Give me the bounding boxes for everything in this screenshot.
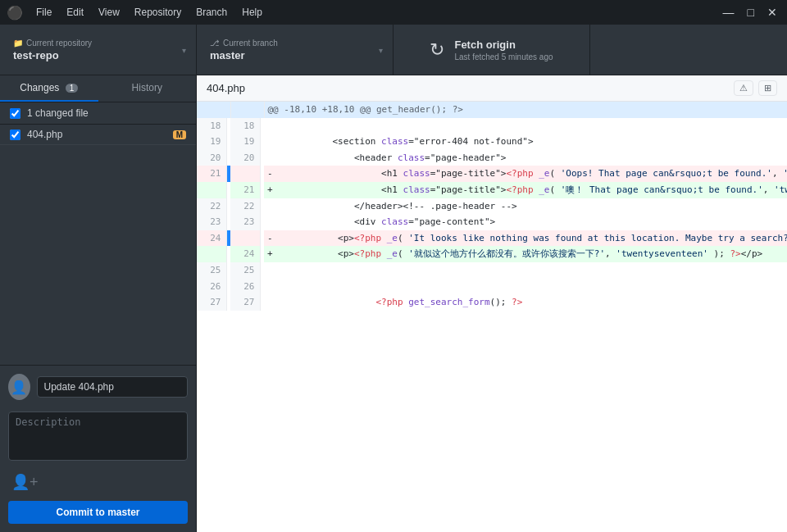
diff-line-content [264,118,787,134]
main-layout: Changes 1 History 1 changed file 404.php… [0,75,787,532]
new-line-number: 26 [230,279,260,295]
diff-line: 20 20 <header class="page-header"> [197,150,787,166]
commit-footer: 👤+ [8,470,188,494]
diff-line: 24 - <p><?php _e( 'It looks like nothing… [197,230,787,247]
current-branch-button[interactable]: ⎇ Current branch master ▾ [197,25,394,75]
diff-line: 22 22 </header><!-- .page-header --> [197,198,787,215]
toolbar: 📁 Current repository test-repo ▾ ⎇ Curre… [0,25,787,75]
changes-badge: 1 [66,84,79,93]
old-line-number: 23 [197,214,226,230]
sidebar: Changes 1 History 1 changed file 404.php… [0,75,197,532]
branch-chevron-icon: ▾ [379,45,383,54]
diff-line-content: - <h1 class="page-title"><?php _e( 'Oops… [264,166,787,182]
commit-author-row: 👤 [8,374,188,400]
diff-line-content [264,262,787,279]
diff-hunk-header: @@ -18,10 +18,10 @@ get_header(); ?> [197,102,787,118]
fetch-label: Fetch origin [454,39,553,51]
file-checkbox-404php[interactable] [10,130,20,140]
fetch-icon: ↻ [430,39,444,61]
old-line-number: 18 [197,118,226,134]
minimize-button[interactable]: — [720,7,738,18]
file-badge-404php: M [173,130,186,139]
diff-line-content: <header class="page-header"> [264,150,787,166]
add-coauthor-button[interactable]: 👤+ [8,470,42,494]
menu-file[interactable]: File [30,5,58,20]
repo-icon: 📁 [13,39,23,48]
fetch-origin-button[interactable]: ↻ Fetch origin Last fetched 5 minutes ag… [394,25,590,75]
branch-icon: ⎇ [210,39,220,48]
diff-view-toggle-button[interactable]: ⊞ [758,80,777,96]
menu-branch[interactable]: Branch [189,5,234,20]
repo-chevron-icon: ▾ [182,45,186,54]
diff-line: 23 23 <div class="page-content"> [197,214,787,230]
diff-line-content: </header><!-- .page-header --> [264,198,787,215]
file-item-404php[interactable]: 404.php M [0,125,196,145]
diff-line-content: + <p><?php _e( '就似这个地方什么都没有。或许你该搜索一下?', … [264,246,787,262]
repo-section-label: 📁 Current repository [13,39,183,48]
old-line-number: 26 [197,279,226,295]
new-line-number: 18 [230,118,260,134]
maximize-button[interactable]: □ [744,7,757,18]
repo-name: test-repo [13,49,183,61]
diff-line: 21 - <h1 class="page-title"><?php _e( 'O… [197,166,787,182]
old-line-number: 22 [197,198,226,215]
title-bar: ⚫ File Edit View Repository Branch Help … [0,0,787,25]
menu-bar: File Edit View Repository Branch Help [30,5,720,20]
tab-history[interactable]: History [98,75,197,102]
commit-summary-input[interactable] [37,376,189,398]
diff-line-content: - <p><?php _e( 'It looks like nothing wa… [264,230,787,247]
diff-filename: 404.php [207,82,245,94]
app-icon: ⚫ [7,5,23,20]
old-line-number: 19 [197,134,226,150]
file-list: 404.php M [0,125,196,145]
commit-description-input[interactable] [8,412,188,461]
diff-container[interactable]: @@ -18,10 +18,10 @@ get_header(); ?> 18 … [197,102,787,532]
old-line-number: 21 [197,166,226,182]
old-line-number [197,246,226,262]
new-line-number [230,166,260,182]
diff-line-content [264,279,787,295]
branch-section-label: ⎇ Current branch [210,39,380,48]
file-name-404php: 404.php [27,129,173,140]
branch-name: master [210,49,380,61]
menu-help[interactable]: Help [235,5,269,20]
new-line-number: 21 [230,182,260,198]
old-line-number: 20 [197,150,226,166]
diff-header: 404.php ⚠ ⊞ [197,75,787,102]
new-line-number: 25 [230,262,260,279]
menu-edit[interactable]: Edit [60,5,90,20]
fetch-sublabel: Last fetched 5 minutes ago [454,52,553,61]
old-line-number [197,182,226,198]
diff-line: 27 27 <?php get_search_form(); ?> [197,294,787,311]
new-line-number: 22 [230,198,260,215]
menu-view[interactable]: View [92,5,126,20]
diff-line: 21 + <h1 class="page-title"><?php _e( '噢… [197,182,787,198]
diff-line-content: + <h1 class="page-title"><?php _e( '噢！ T… [264,182,787,198]
diff-line: 19 19 <section class="error-404 not-foun… [197,134,787,150]
new-line-number [230,230,260,247]
avatar: 👤 [8,374,30,400]
diff-line-content: <div class="page-content"> [264,214,787,230]
diff-line-content: <?php get_search_form(); ?> [264,294,787,311]
close-button[interactable]: ✕ [764,7,780,18]
diff-line: 25 25 [197,262,787,279]
diff-line-content: <section class="error-404 not-found"> [264,134,787,150]
new-line-number: 27 [230,294,260,311]
diff-line: 26 26 [197,279,787,295]
commit-area: 👤 👤+ Commit to master [0,365,196,532]
select-all-checkbox[interactable] [10,108,20,119]
diff-line: 18 18 [197,118,787,134]
old-line-number: 27 [197,294,226,311]
tab-changes[interactable]: Changes 1 [0,75,98,102]
menu-repository[interactable]: Repository [128,5,188,20]
old-line-number: 25 [197,262,226,279]
changed-files-header: 1 changed file [0,102,196,125]
diff-line: 24 + <p><?php _e( '就似这个地方什么都没有。或许你该搜索一下?… [197,246,787,262]
current-repo-button[interactable]: 📁 Current repository test-repo ▾ [0,25,197,75]
diff-warning-button[interactable]: ⚠ [734,80,753,96]
diff-actions: ⚠ ⊞ [734,80,777,96]
diff-area: 404.php ⚠ ⊞ @@ -18,10 +18,10 @@ get_head… [197,75,787,532]
sidebar-tabs: Changes 1 History [0,75,196,102]
new-line-number: 24 [230,246,260,262]
commit-button[interactable]: Commit to master [8,501,188,524]
